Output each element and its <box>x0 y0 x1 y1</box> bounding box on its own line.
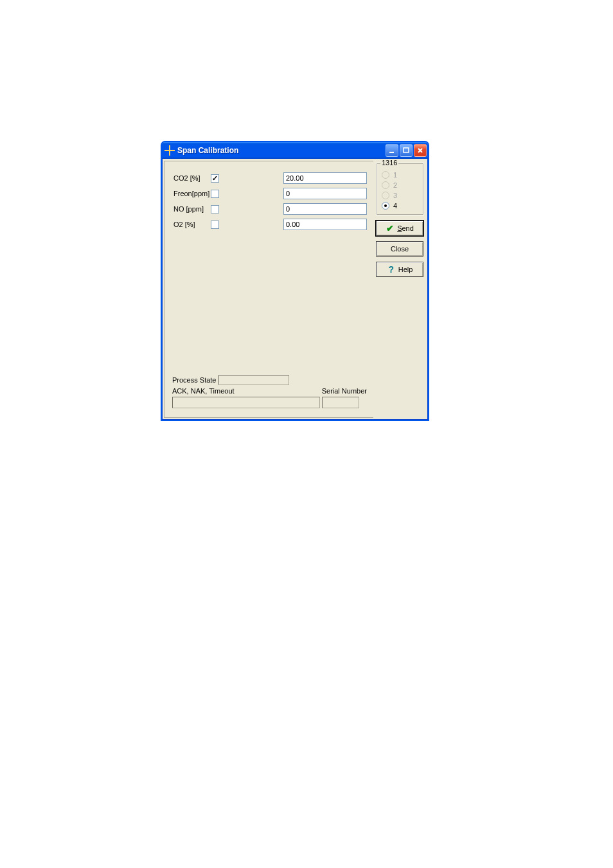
titlebar[interactable]: Span Calibration <box>162 142 428 159</box>
ack-label: ACK, NAK, Timeout <box>172 386 235 395</box>
gas-row-co2: CO2 [%] <box>173 170 367 186</box>
radio-label: 2 <box>393 181 397 189</box>
gas-row-no: NO [ppm] <box>173 201 367 217</box>
question-icon: ? <box>387 265 396 274</box>
help-button[interactable]: ? Help <box>376 262 423 277</box>
radio-row-2: 2 <box>382 180 420 190</box>
check-icon: ✔ <box>386 224 395 233</box>
gas-input-freon[interactable] <box>283 188 367 199</box>
process-state-row: Process State <box>172 375 367 385</box>
window-title: Span Calibration <box>177 146 386 155</box>
window-controls <box>386 144 427 157</box>
ack-display <box>172 397 320 408</box>
process-state-display <box>218 375 289 385</box>
close-button-panel[interactable]: Close <box>376 241 423 257</box>
radio-row-4[interactable]: 4 <box>382 201 420 211</box>
gas-row-o2: O2 [%] <box>173 217 367 232</box>
radio-row-3: 3 <box>382 190 420 201</box>
app-icon <box>164 145 175 156</box>
gas-label: NO [ppm] <box>173 205 211 213</box>
close-button[interactable] <box>414 144 427 157</box>
radio-row-1: 1 <box>382 170 420 180</box>
gas-checkbox-freon[interactable] <box>211 190 219 198</box>
gas-label: Freon[ppm] <box>173 190 211 197</box>
gas-rows: CO2 [%] Freon[ppm] NO [ppm] O2 [%] <box>164 161 373 232</box>
svg-rect-0 <box>389 152 394 153</box>
close-button-label: Close <box>391 245 409 253</box>
gas-checkbox-co2[interactable] <box>211 174 219 183</box>
help-button-label: Help <box>398 266 413 273</box>
gas-input-no[interactable] <box>283 203 367 215</box>
span-calibration-window: Span Calibration CO2 [%] Freon[p <box>161 141 429 421</box>
gas-input-o2[interactable] <box>283 219 367 230</box>
minimize-button[interactable] <box>386 144 398 157</box>
radio-label: 1 <box>393 171 397 179</box>
radio-label: 3 <box>393 192 397 199</box>
status-block: Process State ACK, NAK, Timeout Serial N… <box>172 375 367 411</box>
gas-checkbox-o2[interactable] <box>211 221 219 229</box>
maximize-button[interactable] <box>400 144 413 157</box>
right-panel: 1316 1 2 3 4 ✔ <box>373 159 428 420</box>
radio-3 <box>382 192 389 199</box>
gas-row-freon: Freon[ppm] <box>173 186 367 201</box>
main-panel: CO2 [%] Freon[ppm] NO [ppm] O2 [%] <box>164 161 373 418</box>
send-button-label: Send <box>397 224 414 232</box>
svg-rect-1 <box>404 148 409 152</box>
radio-4[interactable] <box>382 202 389 210</box>
group-1316: 1316 1 2 3 4 <box>376 163 424 215</box>
process-state-label: Process State <box>172 376 216 384</box>
gas-checkbox-no[interactable] <box>211 205 219 213</box>
serial-wrap: Serial Number <box>322 386 367 408</box>
radio-label: 4 <box>393 202 397 210</box>
gas-input-co2[interactable] <box>283 172 367 184</box>
serial-number-display <box>322 397 359 408</box>
gas-label: CO2 [%] <box>173 174 211 182</box>
send-button[interactable]: ✔ Send <box>376 221 423 236</box>
client-area: CO2 [%] Freon[ppm] NO [ppm] O2 [%] <box>162 159 428 420</box>
serial-number-label: Serial Number <box>322 386 367 395</box>
radio-2 <box>382 181 389 189</box>
radio-1 <box>382 171 389 179</box>
gas-label: O2 [%] <box>173 221 211 228</box>
group-title: 1316 <box>380 159 398 167</box>
